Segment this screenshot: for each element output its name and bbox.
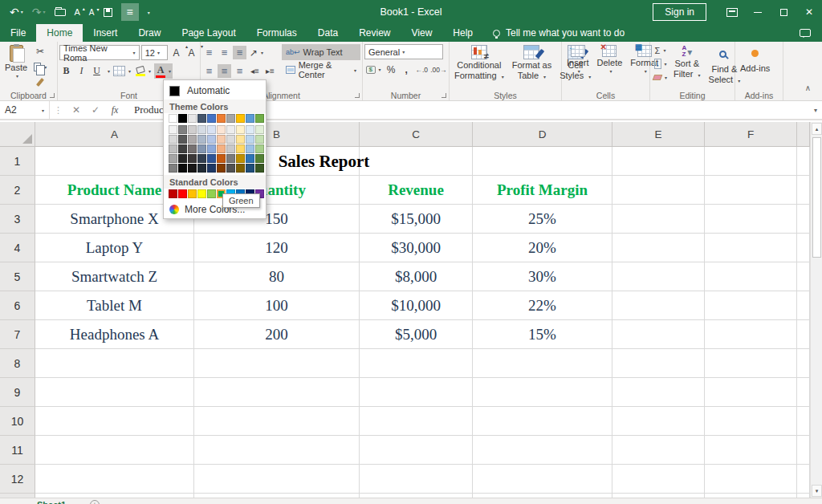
- cell-F9[interactable]: [705, 378, 797, 407]
- accounting-format-button[interactable]: $▾: [364, 62, 383, 77]
- standard-color-swatch[interactable]: [207, 189, 216, 198]
- cell-D4[interactable]: 20%: [473, 234, 612, 262]
- conditional-formatting-button[interactable]: ≠ Conditional Formatting ▾: [451, 44, 507, 90]
- theme-shade-swatch[interactable]: [246, 144, 254, 153]
- cell-A4[interactable]: Laptop Y: [35, 234, 194, 262]
- theme-shade-swatch[interactable]: [197, 144, 206, 153]
- theme-color-swatch[interactable]: [226, 114, 235, 123]
- cell-F2[interactable]: [705, 176, 797, 205]
- cell-F4[interactable]: [705, 234, 797, 262]
- cell-B12[interactable]: [194, 465, 360, 494]
- theme-shade-swatch[interactable]: [217, 135, 226, 144]
- comments-icon[interactable]: [800, 29, 811, 37]
- tab-file[interactable]: File: [0, 24, 36, 42]
- cell-partial-7[interactable]: [797, 320, 810, 349]
- row-header-9[interactable]: 9: [0, 378, 35, 407]
- theme-shade-swatch[interactable]: [188, 164, 197, 173]
- number-format-combo[interactable]: General▾: [364, 44, 443, 59]
- sort-filter-button[interactable]: AZ▾ Sort & Filter ▾: [670, 44, 704, 90]
- cell-B5[interactable]: 80: [194, 262, 360, 291]
- theme-shade-swatch[interactable]: [226, 164, 235, 173]
- tab-formulas[interactable]: Formulas: [246, 24, 307, 42]
- cell-C9[interactable]: [360, 378, 473, 407]
- theme-color-swatch[interactable]: [188, 114, 197, 123]
- fill-color-button[interactable]: ▾: [134, 63, 153, 79]
- row-header-8[interactable]: 8: [0, 349, 35, 378]
- decrease-indent-button[interactable]: ◂≡: [248, 63, 262, 79]
- theme-color-swatch[interactable]: [236, 114, 245, 123]
- align-top-button[interactable]: ≡: [202, 46, 216, 59]
- theme-shade-swatch[interactable]: [207, 135, 216, 144]
- tab-view[interactable]: View: [401, 24, 443, 42]
- insert-function-button[interactable]: fx: [105, 104, 124, 116]
- increase-font-size-button[interactable]: A▴: [169, 45, 183, 60]
- cell-A6[interactable]: Tablet M: [35, 291, 194, 320]
- theme-shade-swatch[interactable]: [246, 164, 254, 173]
- cell-C2[interactable]: Revenue: [360, 176, 473, 205]
- borders-button[interactable]: ▾: [112, 63, 132, 79]
- cell-E9[interactable]: [612, 378, 705, 407]
- delete-cells-button[interactable]: ✕ Delete ▾: [594, 44, 626, 90]
- theme-shade-swatch[interactable]: [255, 144, 264, 153]
- theme-shade-swatch[interactable]: [246, 125, 254, 134]
- theme-shade-swatch[interactable]: [197, 154, 206, 163]
- standard-color-swatch[interactable]: [178, 189, 187, 198]
- alignment-dialog-launcher[interactable]: [355, 93, 360, 98]
- cell-partial-5[interactable]: [797, 262, 810, 291]
- theme-shade-swatch[interactable]: [246, 135, 254, 144]
- cell-A10[interactable]: [35, 407, 194, 436]
- number-dialog-launcher[interactable]: [442, 93, 446, 98]
- wrap-text-button[interactable]: ab↩ Wrap Text: [282, 44, 360, 60]
- theme-shade-swatch[interactable]: [169, 154, 177, 163]
- column-header-C[interactable]: C: [360, 122, 473, 146]
- row-header-11[interactable]: 11: [0, 436, 35, 465]
- cell-F8[interactable]: [705, 349, 797, 378]
- tab-review[interactable]: Review: [348, 24, 401, 42]
- cell-C6[interactable]: $10,000: [360, 291, 473, 320]
- theme-shade-swatch[interactable]: [255, 135, 264, 144]
- sheet-tab-sheet1[interactable]: Sheet1: [37, 500, 66, 504]
- tab-data[interactable]: Data: [307, 24, 348, 42]
- theme-shade-swatch[interactable]: [178, 135, 187, 144]
- column-header-F[interactable]: F: [705, 122, 797, 146]
- cell-D12[interactable]: [473, 465, 612, 494]
- clear-button[interactable]: ▾: [652, 71, 669, 83]
- row-header-4[interactable]: 4: [0, 234, 35, 262]
- decrease-decimal-button[interactable]: .00→: [430, 62, 447, 77]
- cell-E3[interactable]: [612, 205, 705, 234]
- cell-C10[interactable]: [360, 407, 473, 436]
- theme-shade-swatch[interactable]: [169, 125, 177, 134]
- theme-shade-swatch[interactable]: [169, 144, 177, 153]
- cell-A5[interactable]: Smartwatch Z: [35, 262, 194, 291]
- row-header-10[interactable]: 10: [0, 407, 35, 436]
- percent-style-button[interactable]: %: [385, 62, 398, 77]
- cell-D5[interactable]: 30%: [473, 262, 612, 291]
- new-sheet-button[interactable]: +: [90, 500, 100, 504]
- cell-A8[interactable]: [35, 349, 194, 378]
- vertical-scrollbar[interactable]: ▴ ▾: [810, 122, 822, 498]
- tab-home[interactable]: Home: [36, 24, 83, 42]
- cell-F7[interactable]: [705, 320, 797, 349]
- name-box-caret[interactable]: ▾: [42, 108, 44, 113]
- theme-shade-swatch[interactable]: [236, 164, 245, 173]
- minimize-button[interactable]: [745, 0, 771, 24]
- underline-button[interactable]: U: [90, 63, 104, 79]
- cell-E10[interactable]: [612, 407, 705, 436]
- theme-shade-swatch[interactable]: [255, 164, 264, 173]
- cell-C5[interactable]: $8,000: [360, 262, 473, 291]
- tab-help[interactable]: Help: [442, 24, 483, 42]
- theme-color-swatch[interactable]: [169, 114, 177, 123]
- cell-merged-title[interactable]: Sales Report: [35, 147, 612, 176]
- autosum-button[interactable]: Σ▾: [652, 44, 669, 56]
- theme-shade-swatch[interactable]: [207, 125, 216, 134]
- row-header-12[interactable]: 12: [0, 465, 35, 494]
- theme-color-swatch[interactable]: [178, 114, 187, 123]
- font-name-combo[interactable]: Times New Roma▾: [59, 45, 140, 60]
- row-header-5[interactable]: 5: [0, 262, 35, 291]
- tell-me-box[interactable]: Tell me what you want to do: [493, 24, 625, 42]
- align-right-button[interactable]: ≡: [233, 64, 246, 78]
- cell-A9[interactable]: [35, 378, 194, 407]
- theme-shade-swatch[interactable]: [188, 135, 197, 144]
- comma-style-button[interactable]: ,: [400, 62, 413, 77]
- cell-B6[interactable]: 100: [194, 291, 360, 320]
